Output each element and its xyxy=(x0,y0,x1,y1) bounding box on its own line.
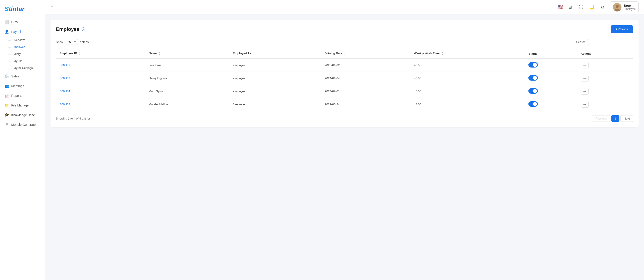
status-toggle[interactable] xyxy=(528,62,538,67)
svg-point-1 xyxy=(616,5,619,8)
sidebar-sub-employee[interactable]: Employee xyxy=(0,43,45,50)
sidebar-sub-salary[interactable]: Salary xyxy=(0,50,45,57)
menu-toggle-icon[interactable]: ≡ xyxy=(50,4,53,10)
sidebar-item-module-generator[interactable]: ⊞ Module Generator xyxy=(0,120,45,129)
pagination-row: Showing 1 to 4 of 4 entries Previous 1 N… xyxy=(56,115,633,122)
actions-button[interactable]: ⋯ xyxy=(581,75,588,81)
employee-id-link[interactable]: E00U03 xyxy=(60,76,70,80)
col-weekly-work-time[interactable]: Weekly Work Time ▲▼ xyxy=(410,49,525,58)
table-body: E00U01 Lois Lane employee 2023-01-02 48:… xyxy=(56,58,633,111)
module-generator-icon: ⊞ xyxy=(4,122,9,127)
sort-name-icon: ▲▼ xyxy=(158,51,160,56)
actions-button[interactable]: ⋯ xyxy=(581,62,588,68)
page-title: Employee xyxy=(56,26,79,32)
sidebar: Stintar ⬜ HRM › 👤 Payroll ∨ Overview Emp… xyxy=(0,0,45,280)
sidebar-sub-payroll-settings[interactable]: Payroll Settings xyxy=(0,64,45,71)
table-row: E00U02 Marsha Mellow freelancer 2022-05-… xyxy=(56,98,633,111)
sidebar-item-reports[interactable]: 📊 Reports xyxy=(0,91,45,100)
cell-employed-as: employee xyxy=(229,72,321,85)
status-toggle[interactable] xyxy=(528,101,538,107)
cell-status xyxy=(525,72,577,85)
sort-employee-id-icon: ▲▼ xyxy=(79,51,81,56)
col-status: Status xyxy=(525,49,577,58)
actions-button[interactable]: ⋯ xyxy=(581,101,588,108)
settings-icon[interactable]: ⚙ xyxy=(599,3,606,11)
employee-id-link[interactable]: E00U04 xyxy=(60,90,70,93)
status-toggle[interactable] xyxy=(528,75,538,81)
cell-name: Marc Syrus xyxy=(145,85,229,98)
fullscreen-icon[interactable]: ⛶ xyxy=(578,3,585,11)
content-area: Employee ⓘ + Create Show 25 50 100 entri… xyxy=(45,14,644,280)
payroll-icon: 👤 xyxy=(4,29,9,34)
cell-status xyxy=(525,98,577,111)
cell-employee-id: E00U02 xyxy=(56,98,145,111)
cell-weekly-work-time: 48:00 xyxy=(410,72,525,85)
meetings-icon: 👥 xyxy=(4,84,9,88)
showing-text: Showing 1 to 4 of 4 entries xyxy=(56,117,90,120)
employee-id-link[interactable]: E00U01 xyxy=(60,63,70,67)
col-employed-as[interactable]: Employed As ▲▼ xyxy=(229,49,321,58)
dark-mode-icon[interactable]: 🌙 xyxy=(588,3,596,11)
entries-select[interactable]: 25 50 100 xyxy=(65,39,78,45)
cell-employed-as: employee xyxy=(229,58,321,72)
sort-joining-date-icon: ▲▼ xyxy=(344,51,346,56)
page-header: Employee ⓘ + Create xyxy=(56,25,633,33)
cell-name: Lois Lane xyxy=(145,58,229,72)
sidebar-item-hrm[interactable]: ⬜ HRM › xyxy=(0,17,45,27)
cell-joining-date: 2024-01-04 xyxy=(321,72,410,85)
sidebar-sub-payslip[interactable]: PaySlip xyxy=(0,57,45,64)
user-name: Brown xyxy=(624,4,636,7)
page-card: Employee ⓘ + Create Show 25 50 100 entri… xyxy=(50,20,638,127)
cell-joining-date: 2023-01-02 xyxy=(321,58,410,72)
cell-actions: ⋯ xyxy=(577,98,633,111)
sidebar-item-file-manager[interactable]: 📁 File Manager xyxy=(0,100,45,110)
cell-status xyxy=(525,85,577,98)
cell-employee-id: E00U04 xyxy=(56,85,145,98)
sidebar-item-meetings-label: Meetings xyxy=(11,84,24,88)
cell-weekly-work-time: 48:00 xyxy=(410,58,525,72)
search-input[interactable] xyxy=(588,39,633,45)
cell-employed-as: employee xyxy=(229,85,321,98)
sidebar-item-hrm-label: HRM xyxy=(11,20,18,24)
status-toggle[interactable] xyxy=(528,88,538,94)
create-button[interactable]: + Create xyxy=(611,25,633,33)
col-employee-id[interactable]: Employee ID ▲▼ xyxy=(56,49,145,58)
sidebar-item-knowledge-base[interactable]: 🎓 Knowledge Base xyxy=(0,110,45,120)
col-name[interactable]: Name ▲▼ xyxy=(145,49,229,58)
page-1-button[interactable]: 1 xyxy=(611,115,620,122)
cell-joining-date: 2022-05-24 xyxy=(321,98,410,111)
show-entries: Show 25 50 100 entries xyxy=(56,39,89,45)
employee-id-link[interactable]: E00U02 xyxy=(60,103,70,106)
cell-status xyxy=(525,58,577,72)
cell-actions: ⋯ xyxy=(577,72,633,85)
avatar xyxy=(613,3,622,11)
sidebar-item-meetings[interactable]: 👥 Meetings xyxy=(0,81,45,91)
user-badge[interactable]: Brown Employee xyxy=(610,1,638,13)
flag-icon[interactable]: 🇺🇸 xyxy=(558,4,563,10)
chevron-right-icon-sales: › xyxy=(40,75,40,78)
user-role: Employee xyxy=(624,7,636,10)
info-icon[interactable]: ⓘ xyxy=(82,27,85,32)
entries-label: entries xyxy=(80,40,89,44)
employee-table: Employee ID ▲▼ Name ▲▼ Employed As ▲▼ xyxy=(56,49,633,111)
cell-weekly-work-time: 48:00 xyxy=(410,85,525,98)
sidebar-sub-salary-label: Salary xyxy=(12,52,21,56)
logo: Stintar xyxy=(0,3,45,17)
header: ≡ 🇺🇸 ⊞ ⛶ 🌙 ⚙ Brown Employee xyxy=(45,0,644,14)
sidebar-sub-employee-label: Employee xyxy=(12,45,26,49)
cell-joining-date: 2024-02-01 xyxy=(321,85,410,98)
actions-button[interactable]: ⋯ xyxy=(581,88,588,94)
knowledge-base-icon: 🎓 xyxy=(4,113,9,117)
sidebar-item-payroll[interactable]: 👤 Payroll ∨ xyxy=(0,27,45,36)
sidebar-sub-payroll-settings-label: Payroll Settings xyxy=(12,66,33,69)
pagination-controls: Previous 1 Next xyxy=(592,115,633,122)
sidebar-sub-overview[interactable]: Overview xyxy=(0,36,45,43)
sidebar-item-module-generator-label: Module Generator xyxy=(11,123,37,126)
next-button[interactable]: Next xyxy=(620,115,633,122)
col-joining-date[interactable]: Joining Date ▲▼ xyxy=(321,49,410,58)
previous-button[interactable]: Previous xyxy=(592,115,610,122)
cell-employed-as: freelancer xyxy=(229,98,321,111)
cell-actions: ⋯ xyxy=(577,58,633,72)
grid-icon[interactable]: ⊞ xyxy=(567,3,574,11)
sidebar-item-sales[interactable]: ⚖️ Sales › xyxy=(0,71,45,81)
